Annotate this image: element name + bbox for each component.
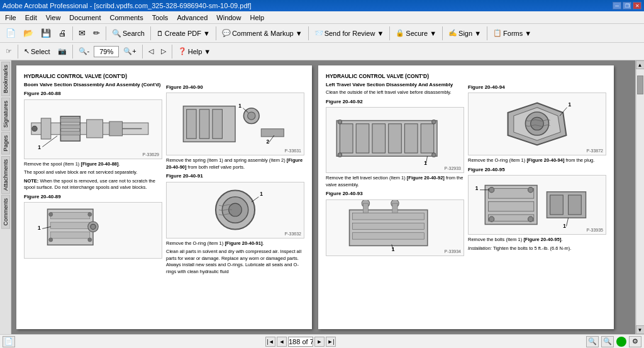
- svg-text:1: 1: [38, 144, 41, 150]
- page-number-input[interactable]: [288, 337, 313, 347]
- svg-point-29: [248, 112, 255, 120]
- svg-text:1: 1: [475, 186, 479, 191]
- svg-text:1: 1: [569, 102, 572, 108]
- svg-rect-25: [187, 109, 196, 138]
- svg-line-83: [567, 218, 569, 226]
- next-page-nav-button[interactable]: ►: [314, 337, 325, 347]
- figure-95: 1 1 P-33935: [468, 175, 606, 235]
- sidebar-item-bookmarks[interactable]: Bookmarks: [1, 62, 10, 96]
- svg-point-21: [88, 238, 92, 242]
- zoom-in-status-button[interactable]: 🔍: [601, 336, 614, 347]
- text-95b: Installation: Tighten the bolts to 5 ft.…: [468, 245, 606, 252]
- menu-advanced[interactable]: Advanced: [173, 13, 211, 23]
- open-button[interactable]: 📂: [20, 26, 36, 40]
- send-icon: 📨: [314, 29, 323, 37]
- zoom-out-status-button[interactable]: 🔍: [586, 336, 599, 347]
- scroll-track: [636, 69, 644, 325]
- sidebar-item-pages[interactable]: Pages: [1, 132, 10, 155]
- fig-92-badge: P-32933: [445, 166, 461, 171]
- svg-rect-45: [404, 124, 418, 153]
- select-tool[interactable]: ↖ Select: [21, 45, 53, 57]
- last-page-button[interactable]: ►|: [326, 337, 336, 347]
- next-page-btn[interactable]: ▷: [158, 45, 169, 57]
- menu-tools[interactable]: Tools: [148, 13, 172, 23]
- restore-button[interactable]: ❐: [623, 2, 631, 9]
- pencil-button[interactable]: ✏: [90, 26, 103, 40]
- fig-92-svg: 1: [326, 108, 464, 172]
- svg-rect-44: [389, 124, 402, 153]
- help-button[interactable]: ❓ Help ▼: [175, 45, 214, 57]
- save-button[interactable]: 💾: [38, 26, 54, 40]
- settings-status-button[interactable]: ⚙: [629, 336, 641, 347]
- first-page-button[interactable]: |◄: [265, 337, 275, 347]
- figure-93: 1 P-33934: [326, 199, 464, 256]
- svg-point-9: [32, 126, 37, 131]
- svg-text:1: 1: [563, 223, 566, 229]
- menu-edit[interactable]: Edit: [21, 13, 41, 23]
- status-left: 📄: [3, 336, 15, 347]
- fig-95-svg: 1 1: [469, 176, 606, 234]
- sidebar-item-comments[interactable]: Comments: [1, 195, 10, 229]
- forms-icon: 📋: [493, 29, 502, 37]
- fig-94-label: Figure 20-40-94: [468, 84, 606, 91]
- main-area: Bookmarks Signatures Pages Attachments C…: [0, 60, 644, 334]
- fig-93-svg: 1: [326, 200, 464, 255]
- zoom-in-button[interactable]: 🔍+: [120, 45, 139, 57]
- right-page-title: HYDRAULIC CONTROL VALVE (CONT'D): [326, 73, 606, 80]
- new-button[interactable]: 📄: [3, 26, 19, 40]
- menu-window[interactable]: Window: [213, 13, 245, 23]
- sign-icon: ✍: [448, 29, 457, 37]
- sidebar-item-attachments[interactable]: Attachments: [1, 156, 10, 194]
- figure-92: 1 P-32933: [326, 107, 464, 173]
- prev-page-nav-button[interactable]: ◄: [277, 337, 287, 347]
- fig-95-label: Figure 20-40-95: [468, 167, 606, 173]
- prev-page-btn[interactable]: ◁: [145, 45, 157, 57]
- close-button[interactable]: ✕: [633, 2, 641, 9]
- forms-button[interactable]: 📋 Forms ▼: [490, 27, 535, 39]
- svg-rect-14: [51, 222, 90, 228]
- hand-tool[interactable]: ☞: [3, 45, 15, 57]
- zoom-out-button[interactable]: 🔍-: [75, 45, 93, 57]
- svg-rect-70: [489, 189, 534, 199]
- sign-button[interactable]: ✍ Sign ▼: [445, 27, 484, 39]
- fig-92-label: Figure 20-40-92: [326, 99, 464, 105]
- print-button[interactable]: 🖨: [55, 26, 70, 40]
- right-col: Figure 20-40-90: [166, 82, 304, 329]
- email-button[interactable]: ✉: [75, 26, 89, 40]
- text-not-serviced: The spool and valve block are not servic…: [24, 169, 162, 176]
- comment-markup-button[interactable]: 💬 Comment & Markup ▼: [219, 27, 306, 39]
- minimize-button[interactable]: ─: [613, 2, 621, 9]
- search-button[interactable]: 🔍 Search: [109, 27, 148, 40]
- zoom-input[interactable]: [94, 46, 119, 57]
- sep10: [72, 45, 73, 59]
- scroll-down-button[interactable]: ▼: [636, 325, 645, 334]
- send-review-button[interactable]: 📨 Send for Review ▼: [311, 27, 387, 39]
- create-pdf-button[interactable]: 🗒 Create PDF ▼: [153, 28, 213, 39]
- menu-document[interactable]: Document: [65, 13, 104, 23]
- properties-button[interactable]: 📄: [3, 336, 15, 347]
- select-cursor-icon: ↖: [24, 47, 30, 55]
- help-icon: ❓: [178, 47, 187, 55]
- figure-91: 1 P-33632: [166, 182, 304, 239]
- menu-file[interactable]: File: [1, 13, 20, 23]
- menu-help[interactable]: Help: [246, 13, 268, 23]
- comment-icon: 💬: [222, 29, 231, 37]
- left-col: Boom Valve Section Disassembly And Assem…: [24, 82, 162, 329]
- scroll-up-button[interactable]: ▲: [636, 60, 645, 69]
- figure-94: 1 P-33872: [468, 93, 606, 155]
- text-95: Remove the bolts (Item 1) [Figure 20-40-…: [468, 237, 606, 244]
- secondary-toolbar: ☞ ↖ Select 📷 🔍- 🔍+ ◁ ▷ ❓ Help ▼: [0, 43, 644, 60]
- fig-89-label: Figure 20-40-89: [24, 194, 162, 200]
- snapshot-tool[interactable]: 📷: [55, 45, 70, 57]
- svg-rect-58: [363, 203, 368, 213]
- menu-view[interactable]: View: [42, 13, 65, 23]
- search-label: Search: [123, 30, 145, 37]
- secure-button[interactable]: 🔒 Secure ▼: [392, 27, 440, 39]
- svg-rect-5: [60, 131, 80, 135]
- menu-comments[interactable]: Comments: [106, 13, 147, 23]
- status-bar: 📄 |◄ ◄ ► ►| 🔍 🔍 ⚙: [0, 334, 644, 348]
- svg-point-73: [489, 188, 494, 193]
- right-page-columns: Left Travel Valve Section Disassembly An…: [326, 82, 606, 329]
- sidebar-item-signatures[interactable]: Signatures: [1, 98, 10, 131]
- scroll-thumb[interactable]: [637, 76, 643, 94]
